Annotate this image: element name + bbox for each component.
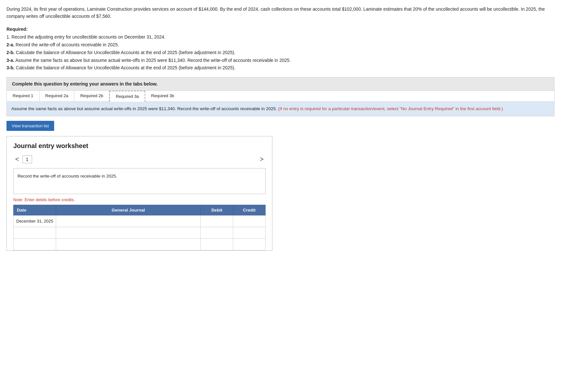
general-journal-col-label: General Journal [112,208,145,213]
col-header-date: Date [14,205,56,215]
complete-question-box: Complete this question by entering your … [6,77,555,91]
tab-content-area: Assume the same facts as above but assum… [7,102,554,116]
debit-col-label: Debit [211,208,222,213]
tab-required2b[interactable]: Required 2b [74,91,109,101]
tab-label-required1: Required 1 [13,93,33,98]
row3-credit-cell[interactable] [233,239,266,250]
required-item-3a: 3-a. Assume the same facts as above but … [6,57,555,64]
row2-date [14,227,56,239]
col-header-general-journal: General Journal [56,205,201,215]
col-header-debit: Debit [201,205,233,215]
required-item-2b: 2-b. Calculate the balance of Allowance … [6,49,555,57]
tab-label-required2b: Required 2b [80,93,103,98]
next-page-button[interactable]: > [258,155,266,164]
required-heading: Required: [6,27,28,32]
required-item-3b: 3-b. Calculate the balance of Allowance … [6,64,555,72]
tabs-container: Required 1 Required 2a Required 2b Requi… [6,91,555,116]
nav-row: < 1 > [13,155,266,164]
row1-credit-input[interactable] [236,219,263,224]
tabs-row: Required 1 Required 2a Required 2b Requi… [7,91,554,102]
row1-date: December 31, 2025 [14,215,56,227]
row3-debit-input[interactable] [203,242,230,247]
credit-col-label: Credit [243,208,256,213]
prev-arrow-icon: < [15,156,19,163]
prev-page-button[interactable]: < [13,155,21,164]
journal-table: Date General Journal Debit Credit Decemb… [13,205,266,250]
row3-journal-cell[interactable] [56,239,201,250]
row1-journal-cell[interactable] [56,215,201,227]
col-header-credit: Credit [233,205,266,215]
complete-box-text: Complete this question by entering your … [12,81,158,86]
tab-required3b[interactable]: Required 3b [145,91,180,101]
table-row [14,239,266,250]
intro-paragraph: During 2024, its first year of operation… [6,6,555,20]
instruction-text: Record the write-off of accounts receiva… [18,174,117,179]
table-row: December 31, 2025 [14,215,266,227]
page-number: 1 [22,156,32,163]
row1-date-value: December 31, 2025 [16,219,53,224]
tab-label-required3a: Required 3a [116,94,139,99]
required-item-1: 1. Record the adjusting entry for uncoll… [6,33,555,41]
row2-journal-input[interactable] [59,230,198,235]
tab-content-main-text: Assume the same facts as above but assum… [11,106,277,111]
next-arrow-icon: > [260,156,264,163]
date-col-label: Date [17,208,26,213]
row1-debit-input[interactable] [203,219,230,224]
required-section: Required: 1. Record the adjusting entry … [6,26,555,72]
row1-credit-cell[interactable] [233,215,266,227]
row1-debit-cell[interactable] [201,215,233,227]
view-btn-label: View transaction list [12,123,49,128]
intro-text: During 2024, its first year of operation… [6,6,545,19]
tab-label-required3b: Required 3b [151,93,174,98]
tab-content-orange-text: (If no entry is required for a particula… [278,106,503,111]
table-row [14,227,266,239]
row2-debit-cell[interactable] [201,227,233,239]
required-item-2a: 2-a. Record the write-off of accounts re… [6,41,555,49]
instruction-box: Record the write-off of accounts receiva… [13,168,266,194]
row3-date [14,239,56,250]
tab-required1[interactable]: Required 1 [7,91,40,101]
view-transaction-list-button[interactable]: View transaction list [6,121,54,131]
tab-label-required2a: Required 2a [45,93,68,98]
row3-debit-cell[interactable] [201,239,233,250]
row3-credit-input[interactable] [236,242,263,247]
tab-required3a[interactable]: Required 3a [109,91,145,102]
journal-entry-worksheet: Journal entry worksheet < 1 > Record the… [6,136,272,251]
row2-journal-cell[interactable] [56,227,201,239]
debit-credit-note: Note: Enter debits before credits. [13,197,266,202]
row2-credit-input[interactable] [236,230,263,235]
row1-journal-input[interactable] [59,219,198,224]
tab-required2a[interactable]: Required 2a [40,91,75,101]
row3-journal-input[interactable] [59,242,198,247]
worksheet-title: Journal entry worksheet [13,142,266,150]
row2-debit-input[interactable] [203,230,230,235]
row2-credit-cell[interactable] [233,227,266,239]
